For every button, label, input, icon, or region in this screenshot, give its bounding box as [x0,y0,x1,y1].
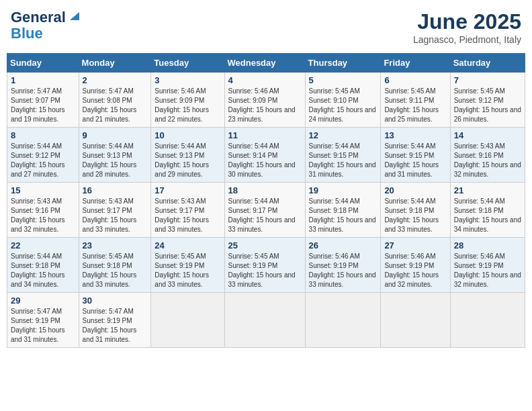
calendar-cell [305,293,381,348]
day-info: Sunrise: 5:44 AMSunset: 9:18 PMDaylight:… [454,197,521,234]
calendar-cell: 6Sunrise: 5:45 AMSunset: 9:11 PMDaylight… [381,73,450,128]
calendar-cell: 8Sunrise: 5:44 AMSunset: 9:12 PMDaylight… [7,128,79,183]
logo: General Blue [11,9,82,42]
day-number: 6 [384,75,446,85]
calendar-cell [151,293,224,348]
day-number: 19 [309,185,378,195]
title-area: June 2025 Lagnasco, Piedmont, Italy [413,9,521,45]
header-tuesday: Tuesday [151,54,224,73]
calendar-cell: 20Sunrise: 5:44 AMSunset: 9:18 PMDayligh… [381,183,450,238]
calendar-cell: 5Sunrise: 5:45 AMSunset: 9:10 PMDaylight… [305,73,381,128]
day-info: Sunrise: 5:44 AMSunset: 9:15 PMDaylight:… [309,142,378,179]
day-info: Sunrise: 5:43 AMSunset: 9:16 PMDaylight:… [11,197,75,234]
day-info: Sunrise: 5:46 AMSunset: 9:19 PMDaylight:… [384,252,446,289]
day-number: 18 [228,185,302,195]
month-year-title: June 2025 [413,9,521,34]
day-number: 24 [154,240,220,250]
header-wednesday: Wednesday [224,54,305,73]
calendar-cell: 3Sunrise: 5:46 AMSunset: 9:09 PMDaylight… [151,73,224,128]
day-number: 29 [11,295,75,306]
calendar-cell: 25Sunrise: 5:45 AMSunset: 9:19 PMDayligh… [224,238,305,293]
day-info: Sunrise: 5:44 AMSunset: 9:13 PMDaylight:… [83,142,148,179]
day-info: Sunrise: 5:44 AMSunset: 9:12 PMDaylight:… [11,142,75,179]
day-number: 20 [384,185,446,195]
calendar-cell: 10Sunrise: 5:44 AMSunset: 9:13 PMDayligh… [151,128,224,183]
day-info: Sunrise: 5:46 AMSunset: 9:19 PMDaylight:… [309,252,378,289]
day-info: Sunrise: 5:43 AMSunset: 9:16 PMDaylight:… [454,142,521,179]
day-number: 17 [154,185,220,195]
day-info: Sunrise: 5:45 AMSunset: 9:12 PMDaylight:… [454,87,521,124]
calendar-cell: 12Sunrise: 5:44 AMSunset: 9:15 PMDayligh… [305,128,381,183]
day-info: Sunrise: 5:45 AMSunset: 9:18 PMDaylight:… [83,252,148,289]
day-info: Sunrise: 5:43 AMSunset: 9:17 PMDaylight:… [83,197,148,234]
day-info: Sunrise: 5:45 AMSunset: 9:19 PMDaylight:… [228,252,302,289]
calendar-cell: 16Sunrise: 5:43 AMSunset: 9:17 PMDayligh… [79,183,151,238]
day-info: Sunrise: 5:46 AMSunset: 9:09 PMDaylight:… [228,87,302,124]
day-number: 25 [228,240,302,250]
calendar-cell: 24Sunrise: 5:45 AMSunset: 9:19 PMDayligh… [151,238,224,293]
day-info: Sunrise: 5:44 AMSunset: 9:17 PMDaylight:… [228,197,302,234]
day-info: Sunrise: 5:47 AMSunset: 9:19 PMDaylight:… [83,307,148,345]
calendar-cell: 11Sunrise: 5:44 AMSunset: 9:14 PMDayligh… [224,128,305,183]
day-number: 2 [83,75,148,85]
calendar-cell: 27Sunrise: 5:46 AMSunset: 9:19 PMDayligh… [381,238,450,293]
day-number: 21 [454,185,521,195]
day-number: 8 [11,130,75,140]
header: General Blue June 2025 Lagnasco, Piedmon… [7,7,525,48]
calendar-cell: 7Sunrise: 5:45 AMSunset: 9:12 PMDaylight… [450,73,525,128]
calendar-cell: 13Sunrise: 5:44 AMSunset: 9:15 PMDayligh… [381,128,450,183]
day-info: Sunrise: 5:45 AMSunset: 9:11 PMDaylight:… [384,87,446,124]
calendar-week-1: 1Sunrise: 5:47 AMSunset: 9:07 PMDaylight… [7,73,525,128]
day-info: Sunrise: 5:44 AMSunset: 9:15 PMDaylight:… [384,142,446,179]
day-number: 5 [309,75,378,85]
calendar-cell: 29Sunrise: 5:47 AMSunset: 9:19 PMDayligh… [7,293,79,348]
calendar-cell: 17Sunrise: 5:43 AMSunset: 9:17 PMDayligh… [151,183,224,238]
calendar-cell: 4Sunrise: 5:46 AMSunset: 9:09 PMDaylight… [224,73,305,128]
calendar-cell [224,293,305,348]
day-number: 4 [228,75,302,85]
day-number: 28 [454,240,521,250]
calendar-cell: 14Sunrise: 5:43 AMSunset: 9:16 PMDayligh… [450,128,525,183]
day-number: 22 [11,240,75,250]
day-number: 26 [309,240,378,250]
calendar-cell [450,293,525,348]
logo-text-general: General [11,9,66,26]
day-number: 16 [83,185,148,195]
header-monday: Monday [79,54,151,73]
logo-arrow-icon [67,8,82,23]
day-info: Sunrise: 5:44 AMSunset: 9:18 PMDaylight:… [384,197,446,234]
day-info: Sunrise: 5:45 AMSunset: 9:19 PMDaylight:… [154,252,220,289]
calendar-week-3: 15Sunrise: 5:43 AMSunset: 9:16 PMDayligh… [7,183,525,238]
day-info: Sunrise: 5:47 AMSunset: 9:07 PMDaylight:… [11,87,75,124]
day-number: 9 [83,130,148,140]
day-info: Sunrise: 5:44 AMSunset: 9:13 PMDaylight:… [154,142,220,179]
calendar-cell: 30Sunrise: 5:47 AMSunset: 9:19 PMDayligh… [79,293,151,348]
calendar-cell: 23Sunrise: 5:45 AMSunset: 9:18 PMDayligh… [79,238,151,293]
day-info: Sunrise: 5:43 AMSunset: 9:17 PMDaylight:… [154,197,220,234]
day-number: 12 [309,130,378,140]
day-info: Sunrise: 5:46 AMSunset: 9:09 PMDaylight:… [154,87,220,124]
calendar-cell: 22Sunrise: 5:44 AMSunset: 9:18 PMDayligh… [7,238,79,293]
day-number: 14 [454,130,521,140]
calendar-cell: 28Sunrise: 5:46 AMSunset: 9:19 PMDayligh… [450,238,525,293]
day-number: 1 [11,75,75,85]
day-number: 7 [454,75,521,85]
day-number: 30 [83,295,148,306]
header-saturday: Saturday [450,54,525,73]
day-number: 15 [11,185,75,195]
day-info: Sunrise: 5:44 AMSunset: 9:18 PMDaylight:… [11,252,75,289]
calendar-table: SundayMondayTuesdayWednesdayThursdayFrid… [7,53,525,348]
day-number: 10 [154,130,220,140]
day-info: Sunrise: 5:47 AMSunset: 9:19 PMDaylight:… [11,307,75,345]
header-friday: Friday [381,54,450,73]
calendar-week-5: 29Sunrise: 5:47 AMSunset: 9:19 PMDayligh… [7,293,525,348]
location-text: Lagnasco, Piedmont, Italy [413,34,521,45]
calendar-cell: 26Sunrise: 5:46 AMSunset: 9:19 PMDayligh… [305,238,381,293]
calendar-cell: 9Sunrise: 5:44 AMSunset: 9:13 PMDaylight… [79,128,151,183]
day-number: 13 [384,130,446,140]
day-info: Sunrise: 5:44 AMSunset: 9:14 PMDaylight:… [228,142,302,179]
calendar-cell: 21Sunrise: 5:44 AMSunset: 9:18 PMDayligh… [450,183,525,238]
day-info: Sunrise: 5:47 AMSunset: 9:08 PMDaylight:… [83,87,148,124]
header-sunday: Sunday [7,54,79,73]
calendar-cell: 2Sunrise: 5:47 AMSunset: 9:08 PMDaylight… [79,73,151,128]
